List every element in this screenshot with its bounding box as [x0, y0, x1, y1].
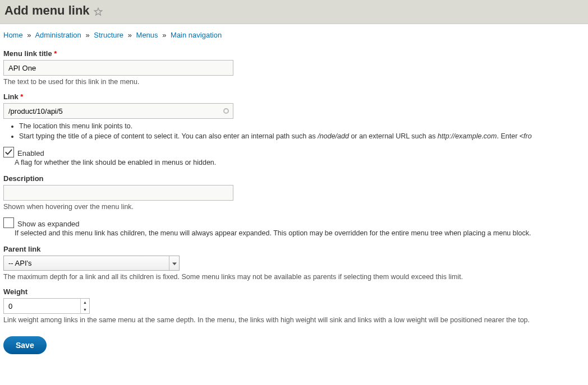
breadcrumb-structure[interactable]: Structure — [94, 31, 123, 39]
enabled-label: Enabled — [17, 149, 44, 157]
description-label: Description — [3, 174, 585, 183]
link-help-item: Start typing the title of a piece of con… — [19, 132, 585, 140]
field-menu-link-title: Menu link title * The text to be used fo… — [3, 49, 585, 86]
menu-link-title-help: The text to be used for this link in the… — [3, 78, 585, 86]
weight-input[interactable] — [3, 298, 90, 314]
help-text: or an external URL such as — [349, 132, 438, 140]
breadcrumb-home[interactable]: Home — [3, 31, 23, 39]
description-help: Shown when hovering over the menu link. — [3, 203, 585, 211]
breadcrumb-sep: » — [128, 31, 132, 39]
link-help-list: The location this menu link points to. S… — [19, 122, 585, 140]
field-enabled: Enabled A flag for whether the link shou… — [3, 147, 585, 166]
expanded-help: If selected and this menu link has child… — [15, 229, 585, 237]
breadcrumb-administration[interactable]: Administration — [35, 31, 81, 39]
parent-link-select[interactable]: -- API's — [3, 256, 180, 271]
field-description: Description Shown when hovering over the… — [3, 174, 585, 211]
field-link: Link * The location this menu link point… — [3, 92, 585, 140]
link-label: Link * — [3, 92, 585, 101]
label-text: Link — [3, 92, 19, 101]
spinner-up-icon[interactable]: ▲ — [81, 299, 89, 306]
help-em: http://example.com — [438, 132, 497, 140]
parent-link-label: Parent link — [3, 245, 585, 253]
favorite-star-icon[interactable] — [94, 7, 103, 18]
help-em: /node/add — [318, 132, 349, 140]
label-text: Menu link title — [3, 49, 52, 58]
number-spinner: ▲ ▼ — [80, 299, 89, 313]
breadcrumb-sep: » — [85, 31, 89, 39]
enabled-help: A flag for whether the link should be en… — [15, 159, 585, 166]
content-region: Home » Administration » Structure » Menu… — [0, 24, 588, 361]
link-input[interactable] — [3, 103, 233, 119]
spinner-down-icon[interactable]: ▼ — [81, 306, 89, 313]
menu-link-title-label: Menu link title * — [3, 49, 585, 58]
field-parent-link: Parent link -- API's The maximum depth f… — [3, 245, 585, 281]
svg-marker-0 — [95, 8, 102, 15]
field-expanded: Show as expanded If selected and this me… — [3, 217, 585, 237]
expanded-label: Show as expanded — [17, 220, 80, 228]
weight-help: Link weight among links in the same menu… — [3, 316, 585, 324]
required-marker: * — [54, 49, 57, 58]
autocomplete-throbber-icon — [223, 108, 229, 114]
breadcrumb-sep: » — [162, 31, 166, 39]
expanded-checkbox[interactable] — [3, 217, 14, 228]
breadcrumb-sep: » — [27, 31, 31, 39]
help-text: Start typing the title of a piece of con… — [19, 132, 318, 140]
page-title: Add menu link — [4, 3, 90, 18]
menu-link-title-input[interactable] — [3, 60, 233, 76]
link-help-item: The location this menu link points to. — [19, 122, 585, 130]
description-input[interactable] — [3, 185, 233, 201]
parent-link-help: The maximum depth for a link and all its… — [3, 273, 585, 281]
required-marker: * — [20, 92, 23, 101]
field-weight: Weight ▲ ▼ Link weight among links in th… — [3, 287, 585, 324]
header-bar: Add menu link — [0, 0, 588, 24]
help-text: . Enter — [497, 132, 519, 140]
breadcrumb: Home » Administration » Structure » Menu… — [3, 31, 585, 39]
help-em: <fro — [520, 132, 532, 140]
breadcrumb-main-navigation[interactable]: Main navigation — [171, 31, 222, 39]
breadcrumb-menus[interactable]: Menus — [136, 31, 158, 39]
save-button[interactable]: Save — [3, 336, 47, 354]
enabled-checkbox[interactable] — [3, 147, 14, 157]
weight-label: Weight — [3, 287, 585, 296]
